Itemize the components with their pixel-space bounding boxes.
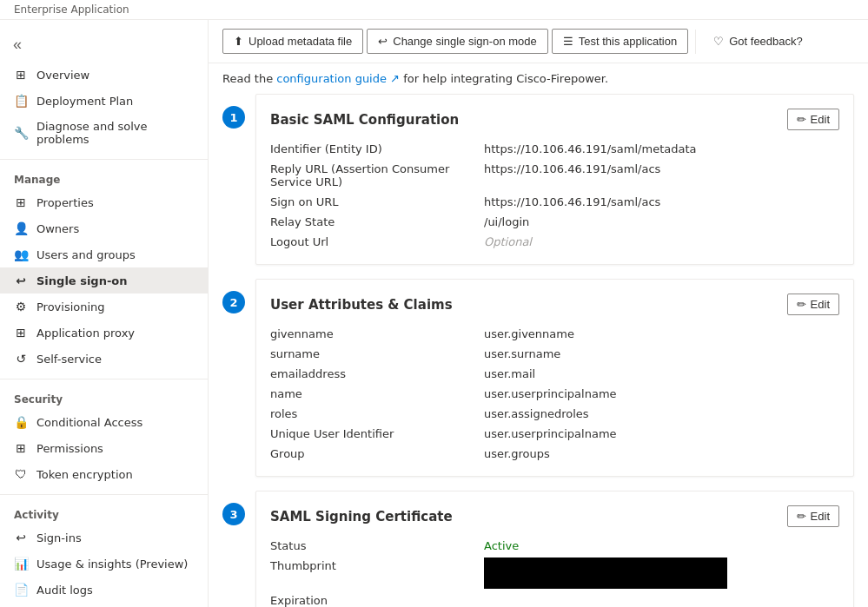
field-label: Sign on URL: [270, 194, 470, 210]
field-label: givenname: [270, 326, 470, 342]
edit-basic-saml-button[interactable]: ✏ Edit: [787, 109, 839, 130]
field-value: /ui/login: [484, 214, 839, 230]
field-label: Group: [270, 445, 470, 462]
sidebar-item-audit-logs[interactable]: 📄 Audit logs: [0, 577, 208, 603]
upload-icon: ⬆: [234, 35, 243, 48]
field-value: [484, 592, 839, 607]
sidebar-item-app-proxy[interactable]: ⊞ Application proxy: [0, 320, 208, 346]
sidebar-item-label: Provisioning: [36, 300, 105, 313]
activity-section-header: Activity: [0, 502, 208, 525]
card-basic-saml: Basic SAML Configuration ✏ Edit Identifi…: [255, 94, 854, 265]
sidebar-item-label: Token encryption: [36, 468, 133, 481]
field-value: https://10.106.46.191/saml/acs: [484, 194, 839, 210]
test-application-button[interactable]: ☰ Test this application: [552, 29, 688, 54]
top-bar: Enterprise Application: [0, 0, 868, 20]
sidebar-item-diagnose[interactable]: 🔧 Diagnose and solve problems: [0, 114, 208, 152]
change-mode-icon: ↩: [378, 35, 388, 48]
section-row-1: 1 Basic SAML Configuration ✏ Edit Identi…: [222, 94, 854, 265]
sidebar-item-label: Properties: [36, 196, 94, 209]
sidebar-item-owners[interactable]: 👤 Owners: [0, 215, 208, 241]
sidebar-item-users-groups[interactable]: 👥 Users and groups: [0, 241, 208, 267]
field-label: Reply URL (Assertion Consumer Service UR…: [270, 161, 470, 190]
app-proxy-icon: ⊞: [14, 326, 28, 340]
sidebar-item-label: Diagnose and solve problems: [36, 120, 194, 146]
sign-ins-icon: ↩: [14, 531, 28, 544]
sidebar-item-label: Application proxy: [36, 327, 135, 340]
sidebar-item-permissions[interactable]: ⊞ Permissions: [0, 435, 208, 461]
field-label: Expiration: [270, 592, 470, 607]
field-value: https://10.106.46.191/saml/metadata: [484, 141, 839, 157]
intro-text: Read the configuration guide ↗ for help …: [209, 63, 868, 94]
properties-icon: ⊞: [14, 195, 28, 209]
sidebar-item-label: Audit logs: [36, 584, 93, 597]
field-value: user.assignedroles: [484, 406, 839, 422]
field-value: user.userprincipalname: [484, 426, 839, 442]
field-value: user.surname: [484, 346, 839, 362]
sidebar-item-provisioning[interactable]: ⚙ Provisioning: [0, 294, 208, 320]
edit-saml-signing-button[interactable]: ✏ Edit: [787, 505, 839, 527]
sidebar-item-sign-ins[interactable]: ↩ Sign-ins: [0, 525, 208, 551]
token-encryption-icon: 🛡: [14, 467, 28, 481]
field-value: user.groups: [484, 445, 839, 462]
manage-section-header: Manage: [0, 167, 208, 189]
card-fields-3: Status Active Thumbprint Expiration Noti…: [270, 538, 839, 607]
sidebar-item-label: Usage & insights (Preview): [36, 558, 188, 571]
sidebar-item-label: Users and groups: [36, 248, 136, 261]
status-active: Active: [484, 538, 839, 554]
self-service-icon: ↺: [14, 352, 28, 366]
conditional-access-icon: 🔒: [14, 415, 28, 429]
top-bar-title: Enterprise Application: [14, 3, 129, 16]
card-saml-signing: SAML Signing Certificate ✏ Edit Status A…: [255, 491, 854, 607]
sidebar-item-label: Permissions: [36, 442, 103, 455]
field-label: Thumbprint: [270, 558, 470, 589]
sidebar-item-token-encryption[interactable]: 🛡 Token encryption: [0, 461, 208, 487]
sidebar-item-self-service[interactable]: ↺ Self-service: [0, 346, 208, 372]
section-row-3: 3 SAML Signing Certificate ✏ Edit Status…: [222, 491, 854, 607]
field-label: Status: [270, 538, 470, 554]
security-section-header: Security: [0, 386, 208, 409]
edit-icon-1: ✏: [797, 113, 806, 126]
collapse-button[interactable]: «: [3, 30, 31, 58]
upload-metadata-button[interactable]: ⬆ Upload metadata file: [222, 29, 363, 54]
permissions-icon: ⊞: [14, 441, 28, 455]
sections-container: 1 Basic SAML Configuration ✏ Edit Identi…: [209, 94, 868, 607]
sidebar-item-properties[interactable]: ⊞ Properties: [0, 189, 208, 215]
sidebar-item-provisioning-logs[interactable]: ⚙ Provisioning logs (Preview): [0, 603, 208, 607]
card-user-attributes: User Attributes & Claims ✏ Edit givennam…: [255, 279, 854, 477]
sidebar-item-deployment-plan[interactable]: 📋 Deployment Plan: [0, 88, 208, 114]
field-label: Unique User Identifier: [270, 426, 470, 442]
audit-logs-icon: 📄: [14, 583, 28, 597]
card-title-1: Basic SAML Configuration: [270, 112, 459, 128]
sidebar-item-label: Self-service: [36, 353, 102, 366]
step-badge-1: 1: [222, 106, 245, 129]
sidebar-item-label: Single sign-on: [36, 274, 128, 287]
sso-icon: ↩: [14, 274, 28, 287]
toolbar: ⬆ Upload metadata file ↩ Change single s…: [209, 20, 868, 63]
sidebar-item-label: Conditional Access: [36, 416, 142, 429]
provisioning-icon: ⚙: [14, 300, 28, 313]
card-title-2: User Attributes & Claims: [270, 297, 453, 313]
usage-insights-icon: 📊: [14, 557, 28, 571]
main-content: ⬆ Upload metadata file ↩ Change single s…: [209, 20, 868, 607]
owners-icon: 👤: [14, 221, 28, 235]
sidebar-item-conditional-access[interactable]: 🔒 Conditional Access: [0, 409, 208, 435]
users-groups-icon: 👥: [14, 247, 28, 261]
sidebar-item-overview[interactable]: ⊞ Overview: [0, 62, 208, 88]
card-header-2: User Attributes & Claims ✏ Edit: [270, 294, 839, 315]
card-fields-1: Identifier (Entity ID) https://10.106.46…: [270, 141, 839, 250]
config-guide-link[interactable]: configuration guide ↗: [276, 72, 400, 85]
card-fields-2: givenname user.givenname surname user.su…: [270, 326, 839, 462]
card-header-1: Basic SAML Configuration ✏ Edit: [270, 109, 839, 130]
field-value: user.givenname: [484, 326, 839, 342]
edit-user-attributes-button[interactable]: ✏ Edit: [787, 294, 839, 315]
sidebar-item-single-sign-on[interactable]: ↩ Single sign-on: [0, 267, 208, 294]
card-title-3: SAML Signing Certificate: [270, 509, 453, 525]
field-value: Optional: [484, 234, 839, 250]
section-row-2: 2 User Attributes & Claims ✏ Edit givenn…: [222, 279, 854, 477]
field-value: https://10.106.46.191/saml/acs: [484, 161, 839, 190]
deployment-plan-icon: 📋: [14, 94, 28, 108]
change-sso-mode-button[interactable]: ↩ Change single sign-on mode: [367, 29, 548, 54]
overview-icon: ⊞: [14, 68, 28, 82]
feedback-button[interactable]: ♡ Got feedback?: [703, 30, 813, 53]
sidebar-item-usage-insights[interactable]: 📊 Usage & insights (Preview): [0, 551, 208, 577]
